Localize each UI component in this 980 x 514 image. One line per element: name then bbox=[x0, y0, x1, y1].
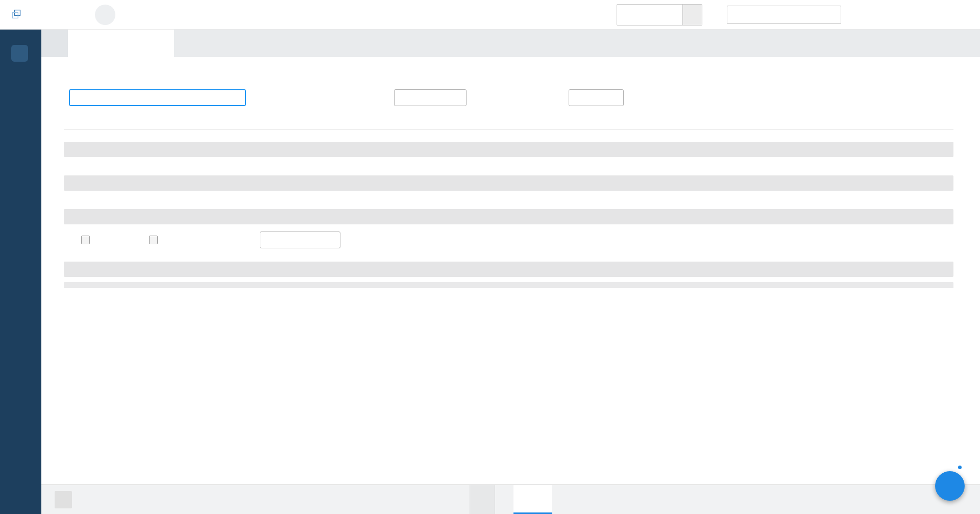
filter-erfasste-afa-checkbox[interactable] bbox=[81, 236, 90, 244]
section-aufteilung bbox=[64, 262, 953, 288]
detail-tabs bbox=[64, 111, 953, 130]
sidebar bbox=[0, 30, 41, 514]
home-icon bbox=[49, 38, 60, 49]
filter-stornierte-checkbox[interactable] bbox=[149, 236, 158, 244]
header-form bbox=[64, 88, 953, 107]
anzeige-select[interactable] bbox=[260, 232, 340, 248]
calendar-icon bbox=[688, 10, 698, 20]
add-row-icon[interactable] bbox=[92, 212, 102, 221]
play-icon bbox=[501, 497, 507, 503]
help-icon[interactable] bbox=[867, 9, 879, 21]
taskbar-tab-wirtschaftsgut[interactable] bbox=[513, 485, 552, 514]
aufteilung-partial-content bbox=[64, 282, 953, 288]
search-button[interactable] bbox=[821, 6, 841, 23]
taskbar-tabs bbox=[470, 485, 552, 514]
section-aufteilung-header[interactable] bbox=[64, 262, 953, 277]
main-area bbox=[41, 30, 980, 484]
chevron-right-icon bbox=[16, 49, 24, 58]
topbar-icons bbox=[867, 9, 945, 21]
chevron-down-icon bbox=[69, 146, 76, 153]
section-stammdaten-header[interactable] bbox=[64, 142, 953, 157]
workspace-tab-wirtschaftsgueter[interactable] bbox=[68, 30, 174, 57]
taskbar bbox=[41, 484, 980, 514]
chevron-down-icon bbox=[235, 94, 242, 101]
reference-date bbox=[617, 5, 682, 25]
headset-icon bbox=[942, 478, 958, 494]
chevron-down-icon bbox=[69, 266, 76, 273]
home-tab[interactable] bbox=[41, 30, 68, 57]
search-icon bbox=[826, 10, 836, 20]
chevron-down-icon bbox=[69, 213, 76, 220]
close-icon[interactable] bbox=[160, 39, 168, 47]
berechnung-bis-input[interactable] bbox=[569, 89, 624, 106]
close-icon[interactable] bbox=[533, 495, 540, 502]
section-bewegungen-header[interactable] bbox=[64, 209, 953, 224]
calendar-button[interactable] bbox=[682, 5, 702, 25]
rechtskreis-select[interactable] bbox=[394, 89, 467, 106]
taskbar-arrow[interactable] bbox=[495, 485, 513, 514]
section-festgeschrieben-header[interactable] bbox=[64, 175, 953, 191]
delete-row-icon[interactable] bbox=[109, 212, 118, 221]
notification-dot bbox=[957, 465, 963, 470]
reference-date-field[interactable] bbox=[617, 4, 702, 25]
workspace-tabstrip bbox=[41, 30, 980, 57]
search-input[interactable] bbox=[727, 11, 821, 18]
section-festgeschrieben bbox=[64, 175, 953, 202]
brand-mark-icon bbox=[11, 9, 21, 19]
chevron-down-icon bbox=[330, 237, 337, 244]
topbar bbox=[0, 0, 980, 30]
content bbox=[41, 62, 980, 288]
support-chat-fab[interactable] bbox=[935, 471, 965, 501]
stammdaten-fields bbox=[64, 157, 953, 168]
section-bewegungen bbox=[64, 209, 953, 254]
chevron-down-icon bbox=[69, 179, 76, 187]
festgeschrieben-fields bbox=[64, 191, 953, 202]
chevron-left-icon bbox=[59, 496, 67, 504]
app-logo bbox=[0, 11, 77, 18]
chevron-down-icon bbox=[456, 94, 463, 101]
apps-grid-icon[interactable] bbox=[934, 9, 945, 20]
chat-icon[interactable] bbox=[900, 9, 913, 21]
back-button[interactable] bbox=[55, 491, 72, 508]
sidebar-expand-button[interactable] bbox=[11, 45, 28, 62]
bewegungen-filters bbox=[64, 224, 953, 254]
wirtschaftsgut-select[interactable] bbox=[69, 89, 246, 106]
section-stammdaten bbox=[64, 142, 953, 168]
taskbar-tab-suche[interactable] bbox=[470, 485, 495, 514]
global-search bbox=[727, 6, 841, 24]
client-number-badge[interactable] bbox=[95, 5, 115, 25]
